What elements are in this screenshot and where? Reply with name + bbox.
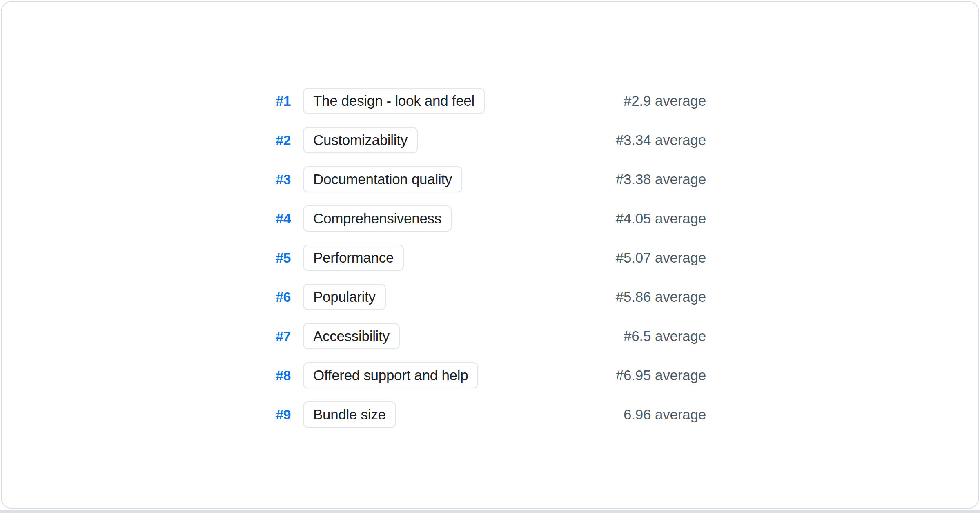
rank-number: #9 xyxy=(2,407,291,423)
option-chip[interactable]: Customizability xyxy=(303,127,418,153)
option-label: Popularity xyxy=(313,289,376,305)
average-score: #4.05 average xyxy=(616,210,706,227)
bottom-edge-divider xyxy=(0,510,980,513)
ranking-row: #4 Comprehensiveness #4.05 average xyxy=(2,205,978,232)
ranking-row: #6 Popularity #5.86 average xyxy=(2,284,978,310)
rank-number: #8 xyxy=(2,368,291,384)
ranking-row: #1 The design - look and feel #2.9 avera… xyxy=(2,88,978,114)
option-label: Bundle size xyxy=(313,406,386,423)
option-label: Comprehensiveness xyxy=(313,210,441,227)
option-label: Documentation quality xyxy=(313,171,452,187)
option-chip[interactable]: Documentation quality xyxy=(303,166,462,192)
average-score: #3.38 average xyxy=(616,171,706,187)
ranking-list: #1 The design - look and feel #2.9 avera… xyxy=(2,88,978,441)
rank-number: #4 xyxy=(2,211,291,227)
option-label: Customizability xyxy=(313,132,408,148)
rank-number: #6 xyxy=(2,289,291,305)
average-score: #6.95 average xyxy=(616,367,706,384)
ranking-row: #5 Performance #5.07 average xyxy=(2,245,978,271)
ranking-row: #3 Documentation quality #3.38 average xyxy=(2,166,978,192)
option-chip[interactable]: Offered support and help xyxy=(303,362,478,388)
page: #1 The design - look and feel #2.9 avera… xyxy=(0,0,980,513)
rank-number: #5 xyxy=(2,250,291,266)
rank-number: #7 xyxy=(2,328,291,344)
average-score: #2.9 average xyxy=(624,93,706,109)
results-card: #1 The design - look and feel #2.9 avera… xyxy=(1,1,979,509)
option-chip[interactable]: Bundle size xyxy=(303,401,396,428)
option-chip[interactable]: Popularity xyxy=(303,284,386,310)
rank-number: #3 xyxy=(2,172,291,187)
option-label: The design - look and feel xyxy=(313,93,474,109)
average-score: #6.5 average xyxy=(624,328,706,344)
option-chip[interactable]: Accessibility xyxy=(303,323,400,349)
ranking-row: #2 Customizability #3.34 average xyxy=(2,127,978,153)
rank-number: #1 xyxy=(2,93,291,109)
average-score: #5.07 average xyxy=(616,250,706,266)
ranking-row: #9 Bundle size 6.96 average xyxy=(2,401,978,428)
option-label: Offered support and help xyxy=(313,367,468,384)
option-label: Performance xyxy=(313,250,394,266)
option-chip[interactable]: Comprehensiveness xyxy=(303,205,452,232)
rank-number: #2 xyxy=(2,132,291,148)
ranking-row: #7 Accessibility #6.5 average xyxy=(2,323,978,349)
ranking-row: #8 Offered support and help #6.95 averag… xyxy=(2,362,978,388)
average-score: #3.34 average xyxy=(616,132,706,148)
average-score: 6.96 average xyxy=(624,406,706,423)
option-label: Accessibility xyxy=(313,328,390,344)
option-chip[interactable]: Performance xyxy=(303,245,404,271)
average-score: #5.86 average xyxy=(616,289,706,305)
option-chip[interactable]: The design - look and feel xyxy=(303,88,485,114)
